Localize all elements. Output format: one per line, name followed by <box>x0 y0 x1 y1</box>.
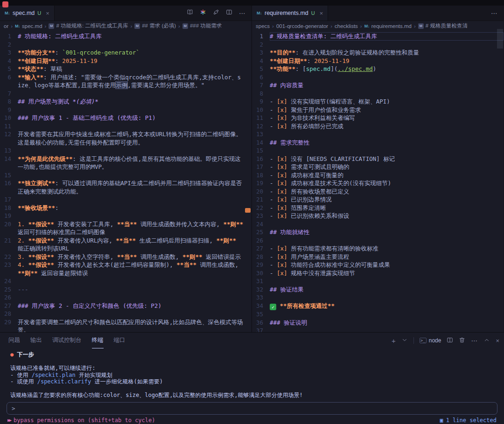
tab-spec-md[interactable]: M↓ spec.md U × <box>0 6 55 21</box>
code-line[interactable]: 2 <box>0 41 252 49</box>
breadcrumb-item[interactable]: or <box>4 23 8 29</box>
split-terminal-icon[interactable] <box>447 337 453 345</box>
code-line[interactable]: 23- [x] 已识别依赖关系和假设 <box>252 212 504 220</box>
breadcrumb-item[interactable]: specs <box>256 23 270 29</box>
code-line[interactable]: 34✓ **所有检查项通过** <box>252 302 504 311</box>
code-line[interactable]: 18**验收场景**: <box>0 204 252 212</box>
code-line[interactable]: 201. **假设** 开发者安装了工具库, **当** 调用生成函数并传入文本… <box>0 220 252 236</box>
code-line[interactable]: 13 <box>252 130 504 139</box>
code-line[interactable]: 4**创建日期**: 2025-11-19 <box>0 57 252 65</box>
code-line[interactable]: 11- [x] 为非技术利益相关者编写 <box>252 114 504 122</box>
panel-tab[interactable]: 端口 <box>114 333 126 348</box>
code-line[interactable]: 19 <box>0 212 252 220</box>
code-line[interactable]: 22- [x] 范围界定清晰 <box>252 204 504 212</box>
split-editor-icon[interactable] <box>226 9 232 17</box>
new-terminal-icon[interactable]: + <box>392 337 396 345</box>
code-line[interactable]: 2 <box>252 41 504 49</box>
code-line[interactable]: 14## 需求完整性 <box>252 139 504 147</box>
code-editor-requirements[interactable]: 1# 规格质量检查清单: 二维码生成工具库23**目的**: 在进入规划阶段之前… <box>252 31 504 332</box>
code-line[interactable]: 15 <box>252 146 504 155</box>
code-line[interactable]: 16**独立测试**: 可以通过调用库的基础API生成二维码并用二维码扫描器验证… <box>0 179 252 195</box>
code-line[interactable]: 212. **假设** 开发者传入URL内容, **当** 生成二维码后用扫描器… <box>0 236 252 253</box>
code-line[interactable]: 24 <box>252 220 504 229</box>
code-line[interactable]: 11 <box>0 122 252 131</box>
breadcrumb-item[interactable]: M↓spec.md <box>15 23 42 29</box>
code-line[interactable]: 25## 功能就绪性 <box>252 228 504 236</box>
code-line[interactable]: 24 <box>0 277 252 285</box>
code-line[interactable]: 6 <box>252 73 504 82</box>
code-line[interactable]: 18- [x] 成功标准是可衡量的 <box>252 171 504 180</box>
close-tab-icon[interactable]: × <box>46 10 49 17</box>
code-line[interactable]: 1# 规格质量检查清单: 二维码生成工具库 <box>252 32 504 41</box>
close-tab-icon[interactable]: × <box>320 10 323 17</box>
panel-more-icon[interactable]: ⋯ <box>471 337 478 344</box>
code-line[interactable]: 7## 内容质量 <box>252 81 504 90</box>
code-line[interactable]: 8## 用户场景与测试 *(必填)* <box>0 97 252 106</box>
panel-tab[interactable]: 终端 <box>92 333 104 348</box>
code-line[interactable]: 13 <box>0 146 252 155</box>
code-line[interactable]: 16- [x] 没有 [NEEDS CLARIFICATION] 标记 <box>252 155 504 163</box>
markdown-preview-icon[interactable] <box>187 9 193 17</box>
code-line[interactable]: 1# 功能规格: 二维码生成工具库 <box>0 32 252 41</box>
claude-input-box[interactable]: > <box>7 402 497 415</box>
code-line[interactable]: 28 <box>0 310 252 318</box>
close-panel-icon[interactable]: × <box>496 337 499 344</box>
code-line[interactable]: 33 <box>252 293 504 302</box>
code-line[interactable]: 17- [x] 需求是可测试且明确的 <box>252 163 504 171</box>
panel-tab[interactable]: 调试控制台 <box>52 333 82 348</box>
code-line[interactable]: 17 <box>0 195 252 204</box>
breadcrumb-item[interactable]: M## 需求 (必填) <box>134 22 176 29</box>
code-editor-spec[interactable]: 1# 功能规格: 二维码生成工具库23**功能分支**: `001-qrcode… <box>0 31 252 332</box>
breadcrumb-item[interactable]: M# 规格质量检查清 <box>418 22 468 29</box>
code-line[interactable]: 26 <box>0 293 252 302</box>
code-line[interactable]: 26 <box>252 236 504 245</box>
code-line[interactable]: 10### 用户故事 1 - 基础二维码生成 (优先级: P1) <box>0 114 252 122</box>
code-line[interactable]: 223. **假设** 开发者传入空字符串, **当** 调用生成函数, **则… <box>0 253 252 261</box>
more-actions-icon[interactable]: ⋯ <box>491 9 498 17</box>
code-line[interactable]: 10- [x] 聚焦于用户价值和业务需求 <box>252 106 504 114</box>
code-line[interactable]: 29- [x] 功能符合成功标准中定义的可衡量成果 <box>252 261 504 269</box>
tab-requirements-md[interactable]: M↓ requirements.md U × <box>252 6 328 21</box>
terminal-output[interactable]: ● 下一步该规格已准备就绪,可以继续进行:- 使用 /speckit.plan … <box>0 348 504 399</box>
code-line[interactable]: 6**输入**: 用户描述: "需要做一个类似qrcode的二维码生成工具库,支… <box>0 73 252 90</box>
code-line[interactable]: 5**状态**: 草稿 <box>0 65 252 73</box>
code-line[interactable]: 7 <box>0 90 252 98</box>
code-line[interactable]: 14**为何是此优先级**: 这是工具库的核心价值,是所有其他功能的基础。即使只… <box>0 155 252 171</box>
terminal-profile-chevron-icon[interactable] <box>401 337 408 345</box>
breadcrumb-item[interactable]: M# 功能规格: 二维码生成工具库 <box>49 22 128 29</box>
breadcrumb-item[interactable]: 001-qrcode-generator <box>276 23 328 29</box>
terminal-instance-node[interactable]: >_ node <box>420 337 441 344</box>
code-line[interactable]: 8 <box>252 90 504 98</box>
code-line[interactable]: 3**功能分支**: `001-qrcode-generator` <box>0 49 252 57</box>
code-line[interactable]: 3**目的**: 在进入规划阶段之前验证规格的完整性和质量 <box>252 49 504 57</box>
panel-tab[interactable]: 输出 <box>30 333 42 348</box>
code-line[interactable]: 36### 验证说明 <box>252 319 504 327</box>
code-line[interactable]: 37 <box>252 327 504 332</box>
code-line[interactable]: 29开发者需要调整二维码的尺寸和颜色以匹配应用的设计风格,比如品牌色、深色模式等… <box>0 318 252 333</box>
code-line[interactable]: 19- [x] 成功标准是技术无关的(没有实现细节) <box>252 179 504 188</box>
code-line[interactable]: 28- [x] 用户场景涵盖主要流程 <box>252 253 504 261</box>
code-line[interactable]: 31 <box>252 277 504 285</box>
breadcrumb-item[interactable]: M### 功能需求 <box>182 22 222 29</box>
code-line[interactable]: 25--- <box>0 285 252 294</box>
kill-terminal-icon[interactable] <box>459 337 465 345</box>
code-line[interactable]: 35 <box>252 310 504 319</box>
breadcrumb-item[interactable]: checklists <box>335 23 358 29</box>
bypass-permissions-status[interactable]: ▶▶ bypass permissions on (shift+tab to c… <box>7 417 155 424</box>
code-line[interactable]: 12开发者需要在其应用中快速生成标准二维码,将文本或URL转换为可扫描的二维码图… <box>0 130 252 146</box>
code-line[interactable]: 27### 用户故事 2 - 自定义尺寸和颜色 (优先级: P2) <box>0 302 252 310</box>
more-actions-icon[interactable]: ⋯ <box>239 9 246 17</box>
code-line[interactable]: 20- [x] 所有验收场景都已定义 <box>252 188 504 196</box>
extension-action-icon[interactable] <box>200 9 206 17</box>
code-line[interactable]: 234. **假设** 开发者传入超长文本(超过二维码容量限制), **当** … <box>0 261 252 277</box>
panel-tab[interactable]: 问题 <box>8 333 20 348</box>
code-line[interactable]: 30- [x] 规格中没有泄露实现细节 <box>252 269 504 278</box>
code-line[interactable]: 32## 验证结果 <box>252 285 504 294</box>
code-line[interactable]: 15 <box>0 171 252 180</box>
code-line[interactable]: 4**创建日期**: 2025-11-19 <box>252 57 504 65</box>
git-compare-icon[interactable] <box>213 9 219 17</box>
code-line[interactable]: 21- [x] 已识别边界情况 <box>252 195 504 204</box>
code-line[interactable]: 9 <box>0 106 252 114</box>
maximize-panel-icon[interactable] <box>483 337 490 345</box>
code-line[interactable]: 27- [x] 所有功能需求都有清晰的验收标准 <box>252 244 504 253</box>
